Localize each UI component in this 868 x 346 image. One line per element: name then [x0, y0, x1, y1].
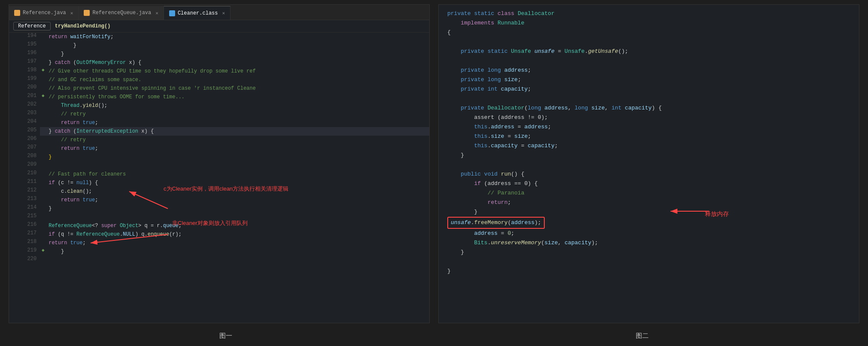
- table-row: 215: [9, 213, 429, 222]
- table-row: 213 return true;: [9, 196, 429, 204]
- tab-cleaner-class[interactable]: Cleaner.class ✕: [164, 6, 231, 20]
- table-row: Bits.unreserveMemory(size, capacity);: [439, 238, 859, 248]
- close-icon3[interactable]: ✕: [222, 10, 225, 16]
- caption-right: 图二: [636, 332, 649, 340]
- table-row: [439, 257, 859, 267]
- table-row: 201◆ // persistently throws OOME for som…: [9, 93, 429, 101]
- table-row: 203 // retry: [9, 110, 429, 118]
- main-container: Reference.java ✕ ReferenceQueue.java ✕ C…: [0, 0, 868, 328]
- breadcrumb-reference[interactable]: Reference: [13, 22, 51, 30]
- table-row: private static class Deallocator: [439, 9, 859, 18]
- table-row: 216 ReferenceQueue<? super Object> q = r…: [9, 222, 429, 230]
- table-row: if (address == 0) {: [439, 179, 859, 188]
- table-row: // Paranoia: [439, 188, 859, 198]
- table-row: [439, 94, 859, 103]
- table-row: 206 // retry: [9, 136, 429, 144]
- table-row: implements Runnable: [439, 18, 859, 28]
- table-row: this.size = size;: [439, 132, 859, 141]
- close-icon[interactable]: ✕: [70, 10, 73, 16]
- close-icon2[interactable]: ✕: [155, 10, 158, 16]
- table-row: 207 return true;: [9, 144, 429, 153]
- table-row: this.capacity = capacity;: [439, 141, 859, 151]
- table-row: private static Unsafe unsafe = Unsafe.ge…: [439, 47, 859, 56]
- caption-row: 图一 图二: [0, 328, 868, 346]
- java-icon2: [84, 10, 90, 16]
- code-table-left: 194 return waitForNotify; 195 } 196 } 19…: [9, 33, 429, 264]
- tab-label2: ReferenceQueue.java: [92, 10, 151, 16]
- table-row: }: [439, 151, 859, 160]
- class-icon: [169, 10, 175, 16]
- table-row: public void run() {: [439, 170, 859, 179]
- table-row: private int capacity;: [439, 85, 859, 94]
- table-row: 202 Thread.yield();: [9, 101, 429, 110]
- tab-label: Reference.java: [23, 10, 66, 16]
- table-row: 217 if (q != ReferenceQueue.NULL) q.enqu…: [9, 230, 429, 239]
- table-row: 204 return true;: [9, 118, 429, 127]
- right-panel: private static class Deallocator impleme…: [438, 4, 859, 323]
- table-row: 212 c.clean();: [9, 187, 429, 196]
- table-row: address = 0;: [439, 229, 859, 238]
- table-row: private long address;: [439, 66, 859, 75]
- arrow-free-memory: [666, 205, 718, 218]
- table-row: }: [439, 207, 859, 217]
- table-row: 209: [9, 161, 429, 170]
- table-row: [439, 56, 859, 66]
- table-row: this.address = address;: [439, 122, 859, 132]
- table-row: 194 return waitForNotify;: [9, 33, 429, 41]
- breadcrumb-method[interactable]: tryHandlePending(): [51, 22, 115, 30]
- left-panel: Reference.java ✕ ReferenceQueue.java ✕ C…: [9, 4, 430, 323]
- tab-label3: Cleaner.class: [178, 10, 218, 16]
- table-row: 220: [9, 256, 429, 264]
- code-area-left: 194 return waitForNotify; 195 } 196 } 19…: [9, 33, 429, 323]
- table-row: 205 } catch (InterruptedException x) {: [9, 127, 429, 136]
- table-row: 210 // Fast path for cleaners: [9, 170, 429, 179]
- table-row: 218 return true;: [9, 239, 429, 247]
- table-row: [439, 160, 859, 170]
- table-row: private Deallocator(long address, long s…: [439, 103, 859, 113]
- table-row: 199 // and GC reclaims some space.: [9, 76, 429, 84]
- table-row: return;: [439, 198, 859, 207]
- table-row: private long size;: [439, 75, 859, 85]
- java-icon: [14, 10, 20, 16]
- table-row: 195 }: [9, 41, 429, 50]
- table-row: }: [439, 267, 859, 276]
- tab-referencequeue-java[interactable]: ReferenceQueue.java ✕: [79, 6, 164, 20]
- table-row: 208 }: [9, 153, 429, 161]
- code-block-right: private static class Deallocator impleme…: [439, 5, 859, 280]
- unsafe-freememory-line: unsafe.freeMemory(address);: [439, 217, 859, 229]
- table-row: 211 if (c != null) {: [9, 179, 429, 187]
- table-row: 198◆ // Give other threads CPU time so t…: [9, 67, 429, 76]
- tab-reference-java[interactable]: Reference.java ✕: [9, 6, 79, 20]
- breadcrumb-bar: Reference tryHandlePending(): [9, 20, 429, 33]
- table-row: 219◆ }: [9, 247, 429, 256]
- table-row: 200 // Also prevent CPU intensive spinni…: [9, 84, 429, 93]
- table-row: 196 }: [9, 50, 429, 58]
- table-row: {: [439, 28, 859, 37]
- caption-left: 图一: [219, 332, 232, 340]
- table-row: 214 }: [9, 204, 429, 213]
- table-row: }: [439, 248, 859, 257]
- table-row: 197 } catch (OutOfMemoryError x) {: [9, 58, 429, 67]
- tab-bar-left: Reference.java ✕ ReferenceQueue.java ✕ C…: [9, 5, 429, 20]
- table-row: [439, 37, 859, 47]
- table-row: assert (address != 0);: [439, 113, 859, 122]
